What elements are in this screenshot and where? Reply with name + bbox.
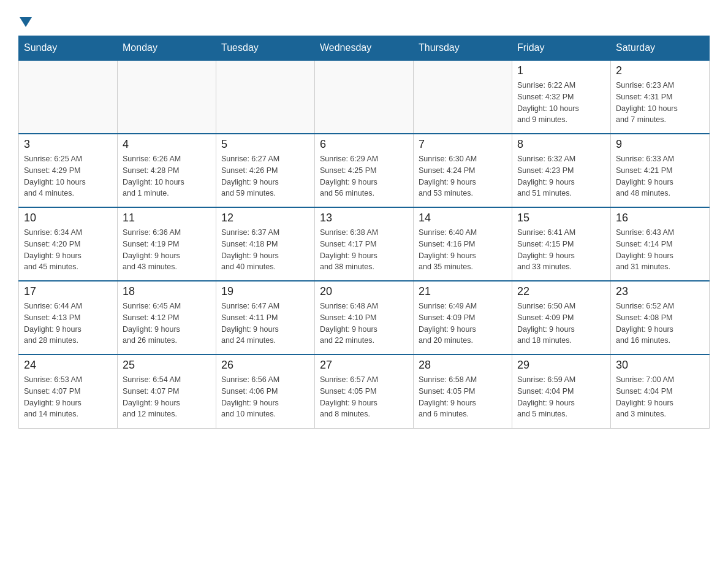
day-info: Sunrise: 6:27 AMSunset: 4:26 PMDaylight:…: [221, 153, 309, 199]
day-number: 6: [320, 138, 408, 151]
calendar-cell: [216, 60, 315, 134]
day-number: 16: [616, 212, 704, 224]
day-info: Sunrise: 6:37 AMSunset: 4:18 PMDaylight:…: [221, 227, 309, 273]
calendar-cell: 27Sunrise: 6:57 AMSunset: 4:05 PMDayligh…: [315, 354, 414, 428]
calendar-cell: 8Sunrise: 6:32 AMSunset: 4:23 PMDaylight…: [512, 134, 611, 207]
calendar-cell: 1Sunrise: 6:22 AMSunset: 4:32 PMDaylight…: [512, 60, 611, 134]
weekday-header-sunday: Sunday: [19, 36, 118, 61]
calendar-cell: 13Sunrise: 6:38 AMSunset: 4:17 PMDayligh…: [315, 207, 414, 281]
day-number: 9: [616, 138, 704, 151]
calendar-cell: 19Sunrise: 6:47 AMSunset: 4:11 PMDayligh…: [216, 281, 315, 354]
logo-triangle-icon: [20, 17, 32, 27]
day-number: 21: [419, 285, 507, 298]
calendar-cell: 25Sunrise: 6:54 AMSunset: 4:07 PMDayligh…: [118, 354, 216, 428]
calendar-cell: 22Sunrise: 6:50 AMSunset: 4:09 PMDayligh…: [512, 281, 611, 354]
calendar-cell: 3Sunrise: 6:25 AMSunset: 4:29 PMDaylight…: [19, 134, 118, 207]
day-number: 13: [320, 212, 408, 224]
day-number: 27: [320, 359, 408, 372]
day-info: Sunrise: 6:34 AMSunset: 4:20 PMDaylight:…: [24, 227, 112, 273]
calendar-cell: 12Sunrise: 6:37 AMSunset: 4:18 PMDayligh…: [216, 207, 315, 281]
calendar-cell: 30Sunrise: 7:00 AMSunset: 4:04 PMDayligh…: [611, 354, 710, 428]
day-info: Sunrise: 6:32 AMSunset: 4:23 PMDaylight:…: [517, 153, 605, 199]
day-info: Sunrise: 6:41 AMSunset: 4:15 PMDaylight:…: [517, 227, 605, 273]
day-info: Sunrise: 6:22 AMSunset: 4:32 PMDaylight:…: [517, 80, 605, 126]
day-number: 8: [517, 138, 605, 151]
calendar-cell: 17Sunrise: 6:44 AMSunset: 4:13 PMDayligh…: [19, 281, 118, 354]
day-number: 2: [616, 64, 704, 77]
calendar-table: SundayMondayTuesdayWednesdayThursdayFrid…: [18, 36, 710, 429]
weekday-header-tuesday: Tuesday: [216, 36, 315, 61]
weekday-header-row: SundayMondayTuesdayWednesdayThursdayFrid…: [19, 36, 710, 61]
day-info: Sunrise: 6:53 AMSunset: 4:07 PMDaylight:…: [24, 374, 112, 420]
day-number: 26: [221, 359, 309, 372]
calendar-cell: [19, 60, 118, 134]
calendar-cell: 2Sunrise: 6:23 AMSunset: 4:31 PMDaylight…: [611, 60, 710, 134]
day-number: 23: [616, 285, 704, 298]
day-info: Sunrise: 6:45 AMSunset: 4:12 PMDaylight:…: [123, 301, 211, 347]
calendar-cell: 10Sunrise: 6:34 AMSunset: 4:20 PMDayligh…: [19, 207, 118, 281]
day-number: 18: [123, 285, 211, 298]
weekday-header-saturday: Saturday: [611, 36, 710, 61]
day-number: 11: [123, 212, 211, 224]
calendar-cell: 15Sunrise: 6:41 AMSunset: 4:15 PMDayligh…: [512, 207, 611, 281]
page-header: [18, 12, 710, 29]
day-info: Sunrise: 6:23 AMSunset: 4:31 PMDaylight:…: [616, 80, 704, 126]
weekday-header-friday: Friday: [512, 36, 611, 61]
day-number: 10: [24, 212, 112, 224]
calendar-cell: 6Sunrise: 6:29 AMSunset: 4:25 PMDaylight…: [315, 134, 414, 207]
weekday-header-wednesday: Wednesday: [315, 36, 414, 61]
day-info: Sunrise: 6:44 AMSunset: 4:13 PMDaylight:…: [24, 301, 112, 347]
calendar-cell: 11Sunrise: 6:36 AMSunset: 4:19 PMDayligh…: [118, 207, 216, 281]
day-number: 29: [517, 359, 605, 372]
day-number: 14: [419, 212, 507, 224]
calendar-cell: 4Sunrise: 6:26 AMSunset: 4:28 PMDaylight…: [118, 134, 216, 207]
day-info: Sunrise: 6:49 AMSunset: 4:09 PMDaylight:…: [419, 301, 507, 347]
day-number: 5: [221, 138, 309, 151]
day-number: 12: [221, 212, 309, 224]
day-info: Sunrise: 6:26 AMSunset: 4:28 PMDaylight:…: [123, 153, 211, 199]
day-number: 19: [221, 285, 309, 298]
day-number: 22: [517, 285, 605, 298]
day-info: Sunrise: 6:48 AMSunset: 4:10 PMDaylight:…: [320, 301, 408, 347]
calendar-cell: 14Sunrise: 6:40 AMSunset: 4:16 PMDayligh…: [414, 207, 512, 281]
weekday-header-monday: Monday: [118, 36, 216, 61]
calendar-cell: 18Sunrise: 6:45 AMSunset: 4:12 PMDayligh…: [118, 281, 216, 354]
day-number: 17: [24, 285, 112, 298]
day-info: Sunrise: 6:30 AMSunset: 4:24 PMDaylight:…: [419, 153, 507, 199]
week-row-3: 10Sunrise: 6:34 AMSunset: 4:20 PMDayligh…: [19, 207, 710, 281]
calendar-cell: 16Sunrise: 6:43 AMSunset: 4:14 PMDayligh…: [611, 207, 710, 281]
day-number: 28: [419, 359, 507, 372]
calendar-cell: 24Sunrise: 6:53 AMSunset: 4:07 PMDayligh…: [19, 354, 118, 428]
day-info: Sunrise: 6:25 AMSunset: 4:29 PMDaylight:…: [24, 153, 112, 199]
day-info: Sunrise: 6:58 AMSunset: 4:05 PMDaylight:…: [419, 374, 507, 420]
week-row-4: 17Sunrise: 6:44 AMSunset: 4:13 PMDayligh…: [19, 281, 710, 354]
day-number: 24: [24, 359, 112, 372]
calendar-cell: 28Sunrise: 6:58 AMSunset: 4:05 PMDayligh…: [414, 354, 512, 428]
calendar-cell: 23Sunrise: 6:52 AMSunset: 4:08 PMDayligh…: [611, 281, 710, 354]
calendar-cell: 9Sunrise: 6:33 AMSunset: 4:21 PMDaylight…: [611, 134, 710, 207]
day-info: Sunrise: 6:47 AMSunset: 4:11 PMDaylight:…: [221, 301, 309, 347]
day-number: 3: [24, 138, 112, 151]
day-info: Sunrise: 6:40 AMSunset: 4:16 PMDaylight:…: [419, 227, 507, 273]
logo-general-line: [18, 12, 32, 29]
week-row-5: 24Sunrise: 6:53 AMSunset: 4:07 PMDayligh…: [19, 354, 710, 428]
calendar-cell: 5Sunrise: 6:27 AMSunset: 4:26 PMDaylight…: [216, 134, 315, 207]
logo: [18, 12, 32, 29]
week-row-1: 1Sunrise: 6:22 AMSunset: 4:32 PMDaylight…: [19, 60, 710, 134]
weekday-header-thursday: Thursday: [414, 36, 512, 61]
calendar-cell: 20Sunrise: 6:48 AMSunset: 4:10 PMDayligh…: [315, 281, 414, 354]
day-info: Sunrise: 6:29 AMSunset: 4:25 PMDaylight:…: [320, 153, 408, 199]
day-number: 7: [419, 138, 507, 151]
calendar-cell: [118, 60, 216, 134]
day-info: Sunrise: 6:59 AMSunset: 4:04 PMDaylight:…: [517, 374, 605, 420]
day-number: 25: [123, 359, 211, 372]
calendar-cell: [414, 60, 512, 134]
day-info: Sunrise: 6:56 AMSunset: 4:06 PMDaylight:…: [221, 374, 309, 420]
day-info: Sunrise: 6:52 AMSunset: 4:08 PMDaylight:…: [616, 301, 704, 347]
day-info: Sunrise: 6:38 AMSunset: 4:17 PMDaylight:…: [320, 227, 408, 273]
day-info: Sunrise: 7:00 AMSunset: 4:04 PMDaylight:…: [616, 374, 704, 420]
day-number: 15: [517, 212, 605, 224]
day-info: Sunrise: 6:43 AMSunset: 4:14 PMDaylight:…: [616, 227, 704, 273]
calendar-cell: 26Sunrise: 6:56 AMSunset: 4:06 PMDayligh…: [216, 354, 315, 428]
day-info: Sunrise: 6:50 AMSunset: 4:09 PMDaylight:…: [517, 301, 605, 347]
